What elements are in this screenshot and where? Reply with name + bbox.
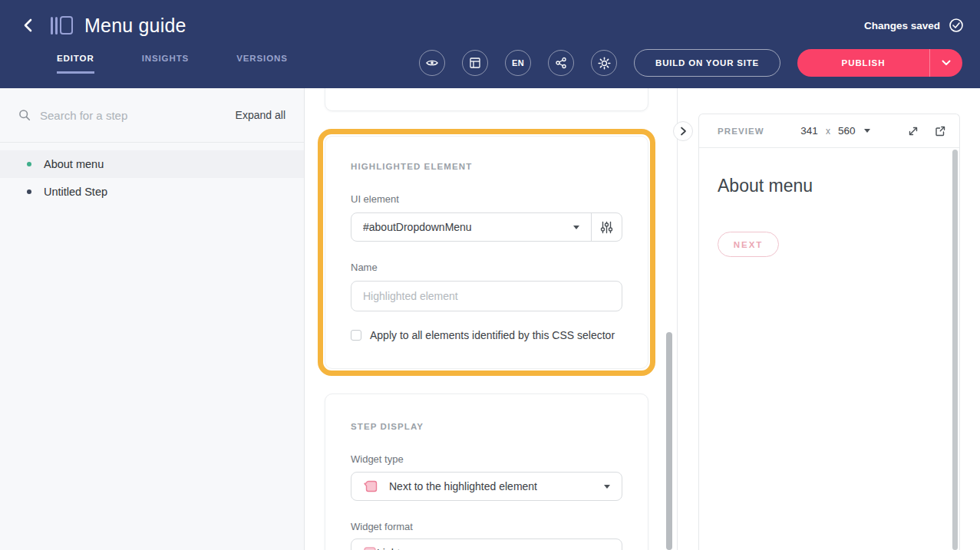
app-header: Menu guide Changes saved EDITOR INSIGHTS… [0,0,980,88]
preview-header-icons [907,125,946,137]
viewport-height: 560 [838,125,856,137]
steps-sidebar: Expand all About menu Untitled Step [0,88,305,550]
preview-panel: PREVIEW 341 x 560 [698,114,960,550]
step-search-input[interactable] [40,109,236,122]
widget-format-select[interactable]: Light [351,538,622,550]
selector-settings-button[interactable] [591,213,622,241]
sliders-icon [600,221,613,234]
preview-next-button[interactable]: NEXT [718,232,779,257]
build-on-your-site-button[interactable]: BUILD ON YOUR SITE [634,49,780,77]
step-label: About menu [44,158,104,170]
check-circle-icon [949,18,964,33]
step-item-about-menu[interactable]: About menu [0,150,304,178]
chevron-down-icon [864,129,870,133]
step-label: Untitled Step [44,186,107,198]
tab-editor[interactable]: EDITOR [57,54,94,74]
publish-button[interactable]: PUBLISH [797,49,962,77]
collapse-preview-button[interactable] [673,121,693,141]
step-status-dot [27,162,31,166]
expand-all-link[interactable]: Expand all [236,109,285,121]
highlighted-element-card: HIGHLIGHTED ELEMENT UI element #aboutDro… [325,136,648,369]
share-icon [555,57,567,69]
ui-element-label: UI element [351,193,622,205]
changes-saved-status: Changes saved [864,18,964,33]
viewport-width: 341 [800,125,818,137]
size-separator: x [826,126,830,137]
expand-arrows-icon [907,125,919,137]
tab-insights[interactable]: INSIGHTS [142,54,190,74]
language-button[interactable]: EN [505,50,531,76]
widget-format-value: Light [377,547,400,550]
gear-icon [598,57,611,70]
expand-preview-button[interactable] [907,125,919,137]
format-swatch-icon [363,546,377,550]
preview-header: PREVIEW 341 x 560 [699,114,959,148]
ui-element-value: #aboutDropdownMenu [363,221,472,233]
preview-step-title: About menu [699,148,959,196]
chevron-down-icon [942,60,951,66]
publish-dropdown-toggle[interactable] [930,60,962,66]
step-status-dot [27,189,31,194]
chevron-down-icon [604,485,610,489]
layout-button[interactable] [462,50,488,76]
highlighted-element-outline: HIGHLIGHTED ELEMENT UI element #aboutDro… [318,129,655,376]
search-icon [18,109,31,121]
editor-scrollbar-thumb[interactable] [666,332,672,550]
app-logo-icon [48,12,75,38]
title-group: Menu guide [15,12,186,38]
external-link-icon [934,125,946,137]
ui-element-select[interactable]: #aboutDropdownMenu [351,213,591,241]
tooltip-bubble-icon [363,479,378,494]
tab-versions[interactable]: VERSIONS [236,54,288,74]
ui-element-select-group: #aboutDropdownMenu [351,212,622,242]
preview-body: About menu NEXT [699,148,959,550]
section-title: STEP DISPLAY [351,394,622,431]
guide-title: Menu guide [84,15,186,37]
share-button[interactable] [548,50,574,76]
chevron-down-icon [573,226,579,229]
header-actions: EN BUILD ON YOUR SITE [419,49,962,77]
previous-settings-card [325,88,648,111]
step-item-untitled-step[interactable]: Untitled Step [0,178,304,206]
header-tabs: EDITOR INSIGHTS VERSIONS [57,54,288,74]
apply-all-label: Apply to all elements identified by this… [370,329,615,341]
viewport-size-dropdown[interactable]: 341 x 560 [800,125,870,137]
widget-type-select[interactable]: Next to the highlighted element [351,472,622,501]
changes-saved-label: Changes saved [864,20,940,31]
publish-label: PUBLISH [797,58,929,68]
back-button[interactable] [15,12,41,38]
checkbox-unchecked[interactable] [351,330,361,341]
chevron-left-icon [21,18,35,32]
apply-all-checkbox-row[interactable]: Apply to all elements identified by this… [351,329,622,341]
element-name-input[interactable] [351,281,622,311]
section-title: HIGHLIGHTED ELEMENT [351,137,622,171]
open-in-new-tab-button[interactable] [934,125,946,137]
preview-eye-button[interactable] [419,50,445,76]
chevron-right-icon [680,127,687,136]
preview-scrollbar-thumb[interactable] [952,150,958,550]
name-label: Name [351,262,622,273]
widget-type-value: Next to the highlighted element [389,480,537,492]
step-editor-area: HIGHLIGHTED ELEMENT UI element #aboutDro… [305,88,678,550]
settings-button[interactable] [591,50,617,76]
preview-title: PREVIEW [718,127,764,136]
step-search-row: Expand all [0,88,304,143]
layout-icon [469,57,481,69]
step-display-card: STEP DISPLAY Widget type Next to the hig… [325,394,648,550]
eye-icon [425,56,439,70]
widget-type-label: Widget type [351,453,622,465]
widget-format-label: Widget format [351,521,622,532]
step-list: About menu Untitled Step [0,143,304,206]
